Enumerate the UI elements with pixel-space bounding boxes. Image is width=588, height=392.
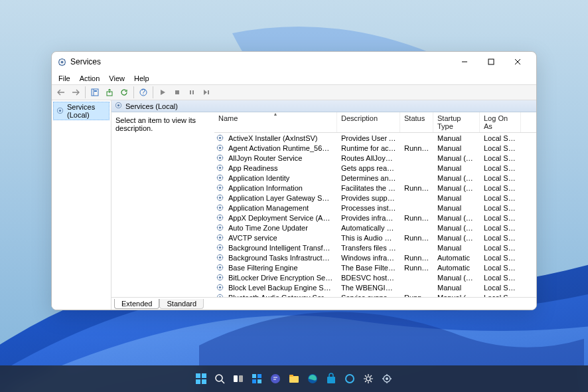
cell-name: Background Intelligent Transfer Service [224, 244, 337, 252]
taskview-icon[interactable] [230, 371, 246, 387]
tab-extended[interactable]: Extended [114, 299, 159, 309]
cell-logon: Local Service [480, 154, 521, 162]
cell-startup: Manual (Trig... [433, 174, 480, 182]
cell-logon: Local Syste... [480, 244, 521, 252]
edge-icon[interactable] [305, 371, 321, 387]
show-hide-tree-button[interactable] [88, 86, 102, 99]
cell-name: Application Identity [224, 174, 337, 182]
cell-description: Provides infrastru... [337, 214, 400, 222]
menu-help[interactable]: Help [130, 73, 153, 84]
svg-point-36 [219, 207, 221, 209]
gear-icon [216, 134, 224, 142]
cell-name: Block Level Backup Engine Service [224, 284, 337, 292]
cell-startup: Manual (Trig... [433, 214, 480, 222]
svg-point-54 [219, 296, 221, 297]
widgets-icon[interactable] [249, 371, 265, 387]
forward-button[interactable] [69, 86, 82, 99]
column-name[interactable]: Name▲ [214, 112, 337, 132]
gear-icon [216, 213, 224, 222]
svg-rect-79 [289, 375, 293, 377]
cell-description: This is Audio Vide... [337, 234, 400, 242]
cell-startup: Manual [433, 134, 480, 142]
service-row[interactable]: AllJoyn Router ServiceRoutes AllJoyn me.… [214, 153, 536, 163]
service-row[interactable]: Application IdentityDetermines and v...M… [214, 173, 536, 183]
titlebar[interactable]: Services [52, 52, 536, 72]
service-row[interactable]: Base Filtering EngineThe Base Filtering … [214, 262, 536, 272]
menu-action[interactable]: Action [76, 73, 104, 84]
svg-point-40 [219, 227, 221, 229]
svg-rect-68 [202, 379, 206, 384]
column-status[interactable]: Status [400, 112, 433, 132]
taskbar-services-icon[interactable] [379, 371, 395, 387]
svg-point-83 [366, 377, 370, 381]
svg-point-48 [219, 266, 221, 268]
gear-icon [216, 193, 224, 202]
column-logon-as[interactable]: Log On As [480, 112, 521, 132]
restart-service-button[interactable] [200, 86, 213, 99]
cell-name: Agent Activation Runtime_56b39 [224, 144, 337, 152]
stop-service-button[interactable] [171, 86, 184, 99]
service-row[interactable]: Application InformationFacilitates the r… [214, 183, 536, 193]
window-title: Services [70, 57, 451, 66]
start-button[interactable] [193, 371, 209, 387]
svg-point-28 [219, 167, 221, 169]
refresh-button[interactable] [117, 86, 131, 99]
gear-icon [216, 163, 224, 172]
gear-icon [216, 203, 224, 212]
search-icon[interactable] [212, 371, 228, 387]
services-list[interactable]: Name▲ Description Status Startup Type Lo… [214, 112, 536, 297]
service-row[interactable]: ActiveX Installer (AxInstSV)Provides Use… [214, 133, 536, 143]
svg-rect-73 [252, 374, 256, 378]
cell-startup: Manual [433, 164, 480, 172]
svg-rect-66 [202, 373, 206, 378]
menu-file[interactable]: File [54, 73, 74, 84]
service-row[interactable]: Block Level Backup Engine ServiceThe WBE… [214, 282, 536, 292]
svg-rect-14 [190, 90, 191, 94]
cell-description: Service supportin... [337, 294, 400, 298]
service-row[interactable]: Agent Activation Runtime_56b39Runtime fo… [214, 143, 536, 153]
close-button[interactable] [504, 52, 531, 71]
gear-icon [114, 101, 123, 111]
svg-rect-16 [208, 90, 209, 94]
svg-rect-76 [257, 379, 261, 383]
tab-standard[interactable]: Standard [159, 299, 204, 309]
column-description[interactable]: Description [337, 112, 400, 132]
cell-name: AVCTP service [224, 234, 337, 242]
service-row[interactable]: Auto Time Zone UpdaterAutomatically sets… [214, 223, 536, 233]
service-row[interactable]: Background Intelligent Transfer ServiceT… [214, 243, 536, 252]
explorer-icon[interactable] [286, 371, 302, 387]
service-row[interactable]: App ReadinessGets apps ready fo...Manual… [214, 163, 536, 173]
cortana-icon[interactable] [342, 371, 358, 387]
svg-point-20 [117, 104, 119, 106]
chat-icon[interactable] [267, 371, 283, 387]
export-button[interactable] [103, 86, 116, 99]
cell-name: Auto Time Zone Updater [224, 224, 337, 232]
tree-node-services-local[interactable]: Services (Local) [53, 102, 110, 120]
store-icon[interactable] [323, 371, 339, 387]
cell-status: Running [400, 264, 433, 272]
back-button[interactable] [54, 86, 68, 99]
pause-service-button[interactable] [185, 86, 198, 99]
cell-logon: Local Syste... [480, 214, 521, 222]
service-row[interactable]: AVCTP serviceThis is Audio Vide...Runnin… [214, 233, 536, 243]
cell-logon: Local Syste... [480, 184, 521, 192]
help-button[interactable]: ? [137, 86, 150, 99]
maximize-button[interactable] [478, 52, 504, 71]
service-row[interactable]: Bluetooth Audio Gateway ServiceService s… [214, 292, 536, 297]
service-row[interactable]: BitLocker Drive Encryption ServiceBDESVC… [214, 272, 536, 282]
service-row[interactable]: Application Layer Gateway ServiceProvide… [214, 193, 536, 203]
cell-status: Running [400, 144, 433, 152]
taskbar[interactable] [0, 365, 588, 392]
service-row[interactable]: AppX Deployment Service (AppXSVC)Provide… [214, 213, 536, 223]
gear-icon [216, 283, 224, 292]
menu-view[interactable]: View [105, 73, 129, 84]
settings-icon[interactable] [360, 371, 376, 387]
cell-name: ActiveX Installer (AxInstSV) [224, 134, 337, 142]
minimize-button[interactable] [451, 52, 478, 71]
start-service-button[interactable] [156, 86, 169, 99]
service-row[interactable]: Application ManagementProcesses installa… [214, 203, 536, 213]
svg-point-2 [60, 60, 63, 63]
column-startup-type[interactable]: Startup Type [433, 112, 480, 132]
cell-logon: Local Syste... [480, 144, 521, 152]
service-row[interactable]: Background Tasks Infrastructure ServiceW… [214, 252, 536, 262]
